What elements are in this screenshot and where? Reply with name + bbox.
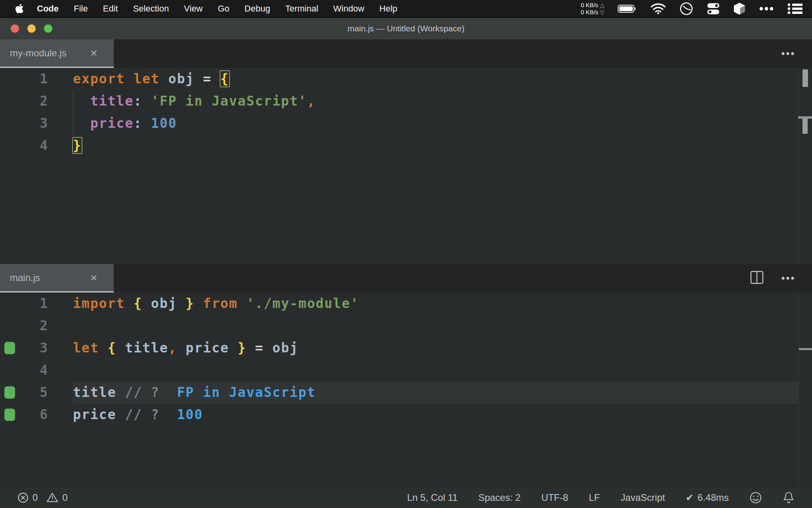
split-editor-icon[interactable] — [750, 271, 764, 286]
editor-main-js[interactable]: 1import { obj } from './my-module'23let … — [0, 292, 812, 486]
code-line[interactable]: 2 title: 'FP in JavaScript', — [0, 90, 812, 112]
code-text: title: 'FP in JavaScript', — [48, 90, 316, 112]
quokka-coverage-marker-icon — [4, 387, 15, 399]
code-line[interactable]: 3let { title, price } = obj — [0, 337, 812, 359]
line-number[interactable]: 6 — [22, 404, 48, 426]
code-text: title // ? FP in JavaScript — [48, 381, 316, 404]
error-icon — [17, 492, 29, 503]
list-icon[interactable] — [787, 3, 802, 15]
eol-sequence[interactable]: LF — [589, 492, 600, 503]
status-bar: 0 0 Ln 5, Col 11 Spaces: 2 UTF-8 LF Java… — [0, 486, 812, 508]
code-line[interactable]: 4} — [0, 135, 812, 157]
line-number[interactable]: 3 — [22, 112, 48, 135]
code-text — [48, 359, 73, 381]
glyph-margin — [0, 68, 22, 90]
menu-debug[interactable]: Debug — [237, 4, 278, 14]
problems-indicator[interactable]: 0 0 — [17, 492, 68, 503]
box-icon[interactable] — [733, 2, 745, 15]
more-actions-icon[interactable] — [781, 50, 795, 57]
code-line[interactable]: 6price // ? 100 — [0, 404, 812, 426]
code-line[interactable]: 3 price: 100 — [0, 112, 812, 135]
menu-help[interactable]: Help — [372, 4, 405, 14]
close-icon[interactable]: × — [90, 272, 98, 284]
line-number[interactable]: 4 — [22, 135, 48, 157]
language-mode[interactable]: JavaScript — [620, 492, 665, 503]
clock-icon[interactable] — [680, 2, 693, 15]
warning-count: 0 — [62, 492, 67, 503]
code-line[interactable]: 4 — [0, 359, 812, 381]
glyph-margin — [0, 292, 22, 315]
traffic-light-minimize-button[interactable] — [27, 25, 36, 33]
toggles-icon[interactable] — [707, 2, 720, 15]
line-number[interactable]: 1 — [22, 292, 48, 315]
quokka-coverage-marker-icon — [4, 409, 15, 421]
quokka-coverage-marker-icon — [4, 342, 15, 354]
glyph-margin — [0, 90, 22, 112]
glyph-margin — [0, 381, 22, 404]
menu-window[interactable]: Window — [326, 4, 372, 14]
code-line[interactable]: 1export let obj = { — [0, 68, 812, 90]
check-icon: ✔ — [686, 492, 693, 503]
tab-label: my-module.js — [10, 48, 67, 59]
code-text: price: 100 — [48, 112, 177, 135]
bottom-editor-tab-bar: main.js × — [0, 264, 812, 292]
glyph-margin — [0, 337, 22, 359]
line-number[interactable]: 2 — [22, 90, 48, 112]
code-text: } — [48, 135, 82, 157]
cursor-position[interactable]: Ln 5, Col 11 — [407, 492, 458, 503]
download-arrow-icon: ▽ — [600, 9, 604, 15]
glyph-margin — [0, 135, 22, 157]
menu-terminal[interactable]: Terminal — [278, 4, 326, 14]
glyph-margin — [0, 359, 22, 381]
code-text — [48, 315, 73, 337]
quokka-status[interactable]: ✔ 6.48ms — [686, 492, 729, 503]
code-text: import { obj } from './my-module' — [48, 292, 359, 315]
code-line[interactable]: 5title // ? FP in JavaScript — [0, 381, 812, 404]
glyph-margin — [0, 315, 22, 337]
notifications-bell-icon[interactable] — [783, 491, 795, 504]
network-speed-indicator[interactable]: 0 KB/s △ 0 KB/s ▽ — [581, 2, 604, 16]
line-number[interactable]: 4 — [22, 359, 48, 381]
line-number[interactable]: 2 — [22, 315, 48, 337]
line-number[interactable]: 1 — [22, 68, 48, 90]
code-text: price // ? 100 — [48, 404, 203, 426]
indentation[interactable]: Spaces: 2 — [478, 492, 521, 503]
code-text: let { title, price } = obj — [48, 337, 299, 359]
line-number[interactable]: 5 — [22, 381, 48, 404]
close-icon[interactable]: × — [90, 47, 98, 59]
error-count: 0 — [33, 492, 38, 503]
glyph-margin — [0, 404, 22, 426]
quokka-time: 6.48ms — [697, 492, 729, 503]
upload-arrow-icon: △ — [600, 2, 604, 8]
line-number[interactable]: 3 — [22, 337, 48, 359]
traffic-light-close-button[interactable] — [11, 25, 19, 33]
menu-edit[interactable]: Edit — [95, 4, 125, 14]
ellipsis-icon[interactable] — [759, 6, 774, 11]
battery-icon[interactable] — [618, 4, 637, 13]
tab-my-module-js[interactable]: my-module.js × — [0, 39, 114, 68]
feedback-smiley-icon[interactable] — [749, 491, 762, 504]
wifi-icon[interactable] — [650, 3, 666, 14]
warning-icon — [46, 492, 58, 503]
code-text: export let obj = { — [48, 68, 229, 90]
top-editor-tab-bar: my-module.js × — [0, 39, 812, 68]
menu-view[interactable]: View — [176, 4, 210, 14]
menu-code[interactable]: Code — [29, 4, 66, 14]
more-actions-icon[interactable] — [781, 275, 795, 282]
tab-main-js[interactable]: main.js × — [0, 264, 114, 292]
macos-menu-bar: Code File Edit Selection View Go Debug T… — [0, 0, 812, 18]
menu-selection[interactable]: Selection — [125, 4, 176, 14]
menu-go[interactable]: Go — [210, 4, 237, 14]
glyph-margin — [0, 112, 22, 135]
code-line[interactable]: 2 — [0, 315, 812, 337]
window-title: main.js — Untitled (Workspace) — [348, 24, 465, 33]
editor-my-module-js[interactable]: 1export let obj = {2 title: 'FP in JavaS… — [0, 68, 812, 264]
window-title-bar: main.js — Untitled (Workspace) — [0, 18, 812, 39]
traffic-light-zoom-button[interactable] — [44, 25, 52, 33]
menu-file[interactable]: File — [66, 4, 95, 14]
encoding[interactable]: UTF-8 — [541, 492, 568, 503]
code-line[interactable]: 1import { obj } from './my-module' — [0, 292, 812, 315]
apple-menu-icon[interactable] — [15, 3, 24, 14]
tab-label: main.js — [10, 272, 40, 283]
